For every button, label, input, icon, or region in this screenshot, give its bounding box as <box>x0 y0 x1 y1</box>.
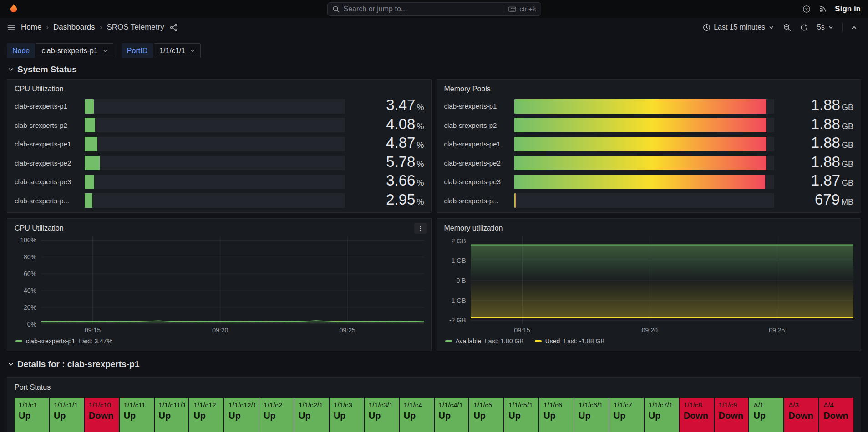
refresh-button[interactable] <box>797 21 812 34</box>
port-tile-label: 1/1/c6 <box>543 402 569 409</box>
memory-gauge-rows: clab-srexperts-p11.88GBclab-srexperts-p2… <box>444 95 854 208</box>
port-tile-state: Up <box>649 411 675 421</box>
time-range-picker[interactable]: Last 15 minutes <box>699 20 778 34</box>
gauge-row-label: clab-srexperts-p2 <box>444 121 508 129</box>
port-tile-label: 1/1/c12 <box>193 402 219 409</box>
port-tile: A/1Up <box>749 398 783 432</box>
grafana-logo-icon[interactable] <box>7 3 20 15</box>
port-tile-state: Up <box>264 411 289 421</box>
gauge-bar-fill <box>514 156 766 170</box>
gauge-row: clab-srexperts-p11.88GB <box>444 98 854 112</box>
panel-title[interactable]: Memory Pools <box>444 83 491 95</box>
gauge-value-number: 1.88 <box>811 116 840 132</box>
gauge-row: clab-srexperts-pe31.87GB <box>444 173 854 188</box>
plot-area <box>41 237 424 324</box>
port-tile: 1/1/c4/1Up <box>435 398 469 432</box>
panel-memory-utilization-timeseries: Memory utilization 2 GB1 GB0 B-1 GB-2 GB… <box>437 218 862 351</box>
gauge-bar-fill <box>514 137 766 151</box>
port-tile-label: 1/1/c6/1 <box>579 402 604 409</box>
y-tick-label: 80% <box>24 253 36 261</box>
panel-cpu-utilization-gauge: CPU Utilization clab-srexperts-p13.47%cl… <box>7 79 432 213</box>
legend: clab-srexperts-p1Last: 3.47% <box>15 335 424 346</box>
port-tile: 1/1/c9Down <box>715 398 749 432</box>
legend-series-name: Used <box>545 337 560 345</box>
breadcrumb: Home › Dashboards › SROS Telemetry <box>21 23 164 32</box>
section-title: Details for : clab-srexperts-p1 <box>17 359 139 369</box>
port-tile-label: A/4 <box>823 402 849 409</box>
series-line <box>41 321 424 322</box>
gauge-value-unit: GB <box>842 103 853 112</box>
gauge-bar-track <box>85 118 345 132</box>
share-icon[interactable] <box>170 24 178 31</box>
portid-variable-dropdown[interactable]: 1/1/c1/1 <box>154 43 201 58</box>
gauge-row-value: 1.88GB <box>781 155 853 171</box>
breadcrumb-dashboards[interactable]: Dashboards <box>53 23 95 32</box>
gauge-value-unit: % <box>416 122 424 131</box>
y-tick-label: -1 GB <box>449 297 466 304</box>
panel-title[interactable]: Memory utilization <box>444 222 503 234</box>
legend-item[interactable]: AvailableLast: 1.80 GB <box>445 337 524 345</box>
x-tick-label: 09:15 <box>85 327 101 334</box>
gauge-row: clab-srexperts-p21.88GB <box>444 117 854 131</box>
legend-item[interactable]: UsedLast: -1.88 GB <box>535 337 605 345</box>
search-shortcut: ctrl+k <box>504 5 536 13</box>
cpu-gauge-rows: clab-srexperts-p13.47%clab-srexperts-p24… <box>15 95 424 208</box>
port-tile-state: Up <box>124 411 150 421</box>
port-tile-label: 1/1/c12/1 <box>228 402 254 409</box>
port-tile: 1/1/c10Down <box>85 398 119 432</box>
refresh-interval-dropdown[interactable]: 5s <box>813 20 838 34</box>
port-tile-label: 1/1/c5 <box>473 402 499 409</box>
gauge-bar-fill <box>85 118 95 132</box>
section-details[interactable]: Details for : clab-srexperts-p1 <box>8 359 860 369</box>
variable-value: clab-srexperts-p1 <box>41 47 98 55</box>
gauge-row-value: 1.88GB <box>781 136 853 152</box>
gauge-row-value: 1.87GB <box>781 173 853 190</box>
variable-node: Node clab-srexperts-p1 <box>7 43 113 58</box>
port-tile: 1/1/c12/1Up <box>224 398 259 432</box>
chevron-down-icon <box>8 361 14 367</box>
zoom-out-button[interactable] <box>780 21 795 34</box>
legend-item[interactable]: clab-srexperts-p1Last: 3.47% <box>15 337 112 345</box>
panel-title[interactable]: Port Status <box>15 382 51 393</box>
section-system-status[interactable]: System Status <box>8 65 860 75</box>
collapse-toolbar-button[interactable] <box>847 21 861 34</box>
x-axis: 09:1509:2009:25 <box>41 324 424 335</box>
panel-cpu-utilization-timeseries: CPU Utilization 100%80%60%40%20%0% 09:15… <box>7 218 432 351</box>
search-placeholder: Search or jump to... <box>344 5 500 13</box>
gauge-bar-fill <box>514 99 766 114</box>
gauge-row: clab-srexperts-p24.08% <box>15 117 424 131</box>
x-tick-label: 09:15 <box>514 327 530 334</box>
gauge-value-unit: % <box>416 103 424 112</box>
gauge-row-value: 4.08% <box>351 117 424 134</box>
panel-title[interactable]: CPU Utilization <box>15 83 64 95</box>
port-tile: 1/1/c3/1Up <box>365 398 399 432</box>
port-tile: 1/1/c11Up <box>120 398 154 432</box>
sign-in-button[interactable]: Sign in <box>835 5 861 14</box>
grafana-app: Search or jump to... ctrl+k ? <box>0 0 868 432</box>
kebab-menu-icon[interactable] <box>414 223 427 234</box>
gauge-bar-fill <box>85 99 94 114</box>
port-tile-state: Up <box>193 411 219 421</box>
breadcrumb-home[interactable]: Home <box>21 23 41 32</box>
menu-icon[interactable] <box>7 23 15 32</box>
chevron-up-icon <box>851 24 858 31</box>
port-tile-label: 1/1/c2 <box>264 402 289 409</box>
help-icon[interactable]: ? <box>802 5 811 13</box>
y-tick-label: 2 GB <box>452 237 466 245</box>
search-input[interactable]: Search or jump to... ctrl+k <box>327 2 541 16</box>
panel-title[interactable]: CPU Utilization <box>15 222 64 234</box>
y-tick-label: 0 B <box>456 277 466 284</box>
rss-icon[interactable] <box>819 5 827 13</box>
gauge-value-unit: GB <box>842 122 853 131</box>
keyboard-icon <box>508 6 516 12</box>
gauge-value-number: 5.78 <box>386 153 415 170</box>
port-tile: 1/1/c4Up <box>400 398 434 432</box>
port-tile-state: Up <box>299 411 325 421</box>
variable-label: PortID <box>122 43 153 58</box>
port-tile-state: Up <box>473 411 499 421</box>
node-variable-dropdown[interactable]: clab-srexperts-p1 <box>36 43 113 58</box>
gauge-row-label: clab-srexperts-pe1 <box>15 140 78 148</box>
chevron-down-icon <box>768 25 774 30</box>
clock-icon <box>703 24 711 31</box>
port-tile-state: Up <box>228 411 254 421</box>
